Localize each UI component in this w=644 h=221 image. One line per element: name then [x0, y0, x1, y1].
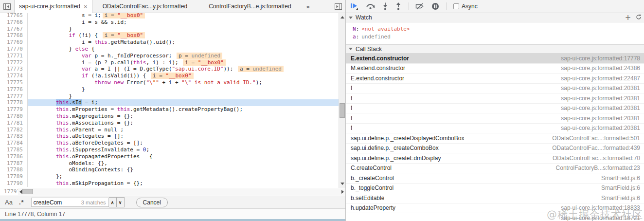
- code-line[interactable]: 17772 i = (p ? p.call(this, i) : i); i =…: [0, 59, 345, 66]
- line-number-gutter[interactable]: 17780: [0, 113, 28, 120]
- call-stack-frame[interactable]: sap-ui-core.js:formatted:18721: [346, 213, 644, 221]
- code-text[interactable]: }: [28, 93, 345, 100]
- code-text[interactable]: i = (p ? p.call(this, i) : i); i = "__bo…: [28, 59, 345, 66]
- code-text[interactable]: this.mAggregations = {};: [28, 113, 345, 120]
- code-line[interactable]: 17782 this.oParent = null ;: [0, 127, 345, 133]
- line-number-gutter[interactable]: 17774: [0, 73, 28, 79]
- code-line[interactable]: 17786 this.oPropagatedProperties = {: [0, 153, 345, 160]
- call-stack-frame[interactable]: fsap-ui-core.js:formatted:20381: [346, 93, 644, 104]
- code-line[interactable]: 17769 i = this.getMetadata().uid();: [0, 39, 345, 46]
- code-text[interactable]: };: [28, 173, 345, 180]
- line-number-gutter[interactable]: 17790: [0, 180, 28, 187]
- line-number-gutter[interactable]: 17782: [0, 127, 28, 133]
- code-text[interactable]: i = this.getMetadata().uid();: [28, 39, 345, 46]
- watch-expression-row[interactable]: N:<not available>: [346, 25, 644, 33]
- code-line[interactable]: 17783 this.aDelegates = [];: [0, 133, 345, 140]
- code-text[interactable]: this.iSuppressInvalidate = 0;: [28, 147, 345, 153]
- code-line[interactable]: 17779 this.mProperties = this.getMetadat…: [0, 106, 345, 113]
- call-stack-frame[interactable]: M.extend.constructorsap-ui-core.js:forma…: [346, 64, 644, 74]
- step-over-button[interactable]: [366, 3, 375, 10]
- toggle-navigator-sidebar-button[interactable]: [0, 0, 14, 13]
- step-into-button[interactable]: [382, 2, 388, 10]
- call-stack-section-header[interactable]: Call Stack: [346, 44, 644, 54]
- line-number-gutter[interactable]: 17769: [0, 39, 28, 46]
- code-line[interactable]: 17788 oBindingContexts: {}: [0, 166, 345, 173]
- add-watch-expression-button[interactable]: +: [623, 14, 633, 21]
- call-stack-frame[interactable]: fsap-ui-core.js:formatted:20381: [346, 124, 644, 134]
- search-previous-button[interactable]: ∧: [109, 197, 117, 207]
- code-text[interactable]: oModels: {},: [28, 160, 345, 167]
- line-number-gutter[interactable]: 17789: [0, 173, 28, 180]
- line-number-gutter[interactable]: 17787: [0, 160, 28, 167]
- tab-close-icon[interactable]: ×: [84, 3, 88, 10]
- line-number-gutter[interactable]: 17783: [0, 133, 28, 140]
- vertical-scrollbar[interactable]: [339, 13, 345, 188]
- code-line[interactable]: 17773 var a = I || (I = D.getType("sap.u…: [0, 66, 345, 73]
- call-stack-frame[interactable]: b._toggleControlSmartField.js:6: [346, 184, 644, 194]
- refresh-watch-button[interactable]: [633, 14, 644, 21]
- code-line[interactable]: 17774 if (!a.isValid(i)) { i = "__box0": [0, 73, 345, 79]
- line-number-gutter[interactable]: 17771: [0, 53, 28, 59]
- line-number-gutter[interactable]: 17767: [0, 26, 28, 33]
- code-text[interactable]: this.oPropagatedProperties = {: [28, 153, 345, 160]
- code-line[interactable]: 17790 this.mSkipPropagation = {};: [0, 180, 345, 187]
- code-text[interactable]: oBindingContexts: {}: [28, 166, 345, 173]
- line-number-gutter[interactable]: 17776: [0, 86, 28, 93]
- line-number-gutter[interactable]: 17770: [0, 46, 28, 53]
- deactivate-breakpoints-button[interactable]: [415, 3, 424, 10]
- call-stack-frame[interactable]: sap.ui.define.p._createComboBoxODataCont…: [346, 144, 644, 154]
- async-checkbox[interactable]: [453, 3, 459, 9]
- code-line[interactable]: 17785 this.iSuppressInvalidate = 0;: [0, 147, 345, 153]
- code-line[interactable]: 17781 this.mAssociations = {};: [0, 120, 345, 127]
- step-out-button[interactable]: [395, 2, 401, 10]
- pause-on-exceptions-button[interactable]: [431, 2, 439, 10]
- scroll-right-arrow-icon[interactable]: [341, 190, 344, 194]
- scroll-down-arrow-icon[interactable]: [340, 183, 344, 185]
- call-stack-frame[interactable]: C.createControlControlFactoryB...s:forma…: [346, 164, 644, 174]
- line-number-gutter[interactable]: 17788: [0, 166, 28, 173]
- code-text[interactable]: }: [28, 86, 345, 93]
- code-text[interactable]: this.mSkipPropagation = {};: [28, 180, 345, 187]
- code-text[interactable]: this.mAssociations = {};: [28, 120, 345, 127]
- search-input[interactable]: [32, 199, 81, 206]
- call-stack-frame[interactable]: fsap-ui-core.js:formatted:20381: [346, 104, 644, 114]
- code-text[interactable]: i = s && s.id;: [28, 19, 345, 26]
- code-text[interactable]: this.sId = i;: [28, 99, 345, 106]
- cancel-button[interactable]: Cancel: [136, 198, 168, 207]
- code-text[interactable]: var p = h._fnIdPreprocessor; p = undefin…: [28, 53, 345, 59]
- line-number-gutter[interactable]: 17777: [0, 93, 28, 100]
- tab-sap-ui-core[interactable]: sap-ui-core.js:formatted ×: [14, 0, 92, 13]
- call-stack-frame[interactable]: b._createControlSmartField.js:6: [346, 173, 644, 184]
- line-number-gutter[interactable]: 17778: [0, 99, 28, 106]
- code-text[interactable]: this.aBeforeDelegates = [];: [28, 140, 345, 147]
- scroll-left-arrow-icon[interactable]: [19, 190, 22, 194]
- call-stack-frame[interactable]: fsap-ui-core.js:formatted:20381: [346, 84, 644, 94]
- code-line[interactable]: 17768 if (!i) { i = "__box0": [0, 32, 345, 39]
- call-stack-frame[interactable]: E.extend.constructorsap-ui-core.js:forma…: [346, 74, 644, 84]
- code-line[interactable]: 17765 s = i;i = "__box0": [0, 13, 345, 19]
- code-line[interactable]: 17771 var p = h._fnIdPreprocessor; p = u…: [0, 53, 345, 59]
- code-text[interactable]: var a = I || (I = D.getType("sap.ui.core…: [28, 66, 345, 73]
- call-stack-frame[interactable]: b.setEditableSmartField.js:6: [346, 193, 644, 203]
- code-line[interactable]: 17778 this.sId = i;: [0, 99, 345, 106]
- line-number-gutter[interactable]: 17768: [0, 32, 28, 39]
- tab-odata-control-factory[interactable]: ODataControlFac...y.js:formatted: [98, 0, 192, 13]
- horizontal-scrollbar-thumb[interactable]: [22, 189, 33, 194]
- line-number-gutter[interactable]: 17773: [0, 66, 28, 73]
- code-text[interactable]: throw new Error("\"" + i + "\" is not a …: [28, 79, 345, 86]
- code-text[interactable]: this.oParent = null ;: [28, 127, 345, 133]
- horizontal-scrollbar[interactable]: [18, 188, 345, 195]
- line-number-gutter[interactable]: 17781: [0, 120, 28, 127]
- code-line[interactable]: 17780 this.mAggregations = {};: [0, 113, 345, 120]
- call-stack-frame[interactable]: sap.ui.define.p._createEdmDisplayODataCo…: [346, 153, 644, 164]
- code-line[interactable]: 17777 }: [0, 93, 345, 100]
- line-number-gutter[interactable]: 17775: [0, 79, 28, 86]
- call-stack-frame[interactable]: E.extend.constructorsap-ui-core.js:forma…: [346, 54, 644, 64]
- line-number-gutter[interactable]: 17779: [0, 106, 28, 113]
- tab-overflow-chevron-icon[interactable]: »: [306, 3, 310, 10]
- toggle-debugger-sidebar-button[interactable]: [331, 0, 345, 13]
- regex-toggle[interactable]: .*: [19, 199, 24, 206]
- call-stack-frame[interactable]: fsap-ui-core.js:formatted:20381: [346, 113, 644, 124]
- code-text[interactable]: } else {: [28, 46, 345, 53]
- code-text[interactable]: }: [28, 26, 345, 33]
